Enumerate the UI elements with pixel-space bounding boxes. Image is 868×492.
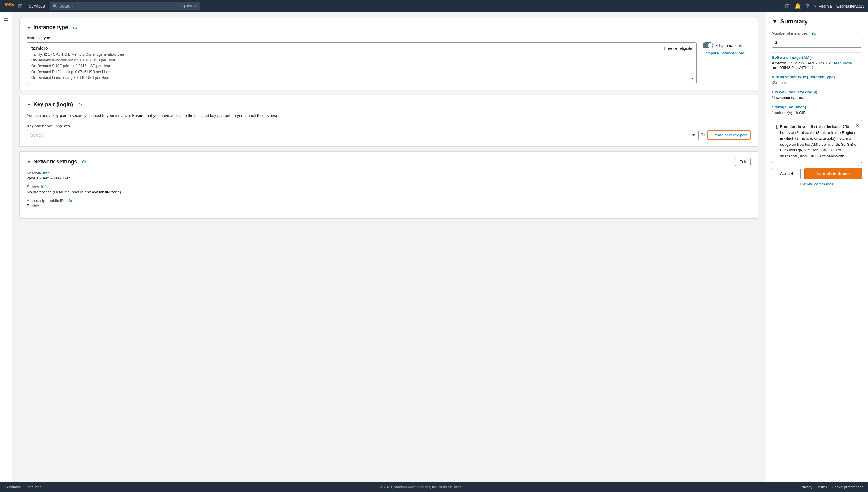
instance-type-section: ▼ Instance type Info Instance type t2.mi… [19,18,758,90]
support-icon[interactable]: ⊡ [785,3,790,9]
key-pair-section: ▼ Key pair (login) Info You can use a ke… [19,95,758,147]
num-instances-input[interactable] [772,37,862,48]
firewall-link[interactable]: Firewall (security group) [772,90,817,94]
collapse-icon[interactable]: ▼ [27,25,31,30]
key-pair-header: ▼ Key pair (login) Info [27,101,751,108]
footer-left: Feedback Language [5,485,42,489]
instance-type-info-link[interactable]: Info [71,25,77,30]
it-details: Family: t2 1 vCPU 1 GiB Memory Current g… [31,52,692,81]
instance-type-summary-field: Virtual server type (instance type) t2.m… [772,75,862,85]
help-icon[interactable]: ? [806,3,809,9]
cookie-link[interactable]: Cookie preferences [832,485,863,489]
key-pair-collapse-icon[interactable]: ▼ [27,102,31,107]
terms-link[interactable]: Terms [817,485,827,489]
review-commands-link[interactable]: Review commands [772,182,862,187]
privacy-link[interactable]: Privacy [800,485,812,489]
language-link[interactable]: Language [26,485,42,489]
nav-right-group: ⊡ 🔔 ? N. Virginia webmaster2023 [785,3,864,9]
cancel-button[interactable]: Cancel [772,168,801,179]
free-tier-text: Free tier: In your first year includes 7… [780,124,858,159]
instance-type-row: t2.micro Free tier eligible Family: t2 1… [27,43,751,84]
subnet-label-text: Subnet [27,184,39,189]
free-tier-body: In your first year includes 750 hours of… [780,124,858,158]
storage-field: Storage (volumes) 1 volume(s) - 8 GiB [772,105,862,115]
network-label-text: Network [27,171,41,175]
content-area: ▼ Instance type Info Instance type t2.mi… [12,12,868,492]
instance-type-box[interactable]: t2.micro Free tier eligible Family: t2 1… [27,43,697,84]
create-key-pair-button[interactable]: Create new key pair [707,130,751,140]
instance-type-title: Instance type [33,24,68,31]
all-generations-toggle[interactable] [703,43,713,48]
ami-link[interactable]: Software Image (AMI) [772,55,812,59]
grid-icon[interactable]: ⊞ [17,1,24,10]
launch-instance-button[interactable]: Launch instance [804,168,862,179]
subnet-field: Subnet Info No preference (Default subne… [27,184,751,194]
network-info-link[interactable]: Info [43,171,50,175]
subnet-field-label: Subnet Info [27,184,751,189]
storage-link[interactable]: Storage (volumes) [772,105,806,109]
subnet-info-link[interactable]: Info [41,184,48,189]
sidebar-toggle[interactable]: ☰ [4,16,8,22]
firewall-field: Firewall (security group) New security g… [772,90,862,100]
summary-panel: ▼ Summary Number of instances Info Softw… [766,12,868,492]
key-pair-select[interactable]: Select [27,130,699,140]
instance-type-header: ▼ Instance type Info [27,24,751,31]
firewall-label: Firewall (security group) [772,90,862,94]
storage-label: Storage (volumes) [772,105,862,109]
ns-edit-button[interactable]: Edit [735,158,751,166]
ami-value: Amazon Linux 2023 AMI 2023.1.2...read mo… [772,61,862,65]
ns-header-left: ▼ Network settings Info [27,159,86,165]
subnet-value: No preference (Default subnet in any ava… [27,190,751,194]
copyright-text: © 2023, Amazon Web Services, Inc. or its… [380,485,462,489]
feedback-link[interactable]: Feedback [5,485,21,489]
free-tier-bold: Free tier: [780,124,797,129]
services-nav[interactable]: Services [26,4,47,8]
user-menu[interactable]: webmaster2023 [837,4,865,8]
ns-info-link[interactable]: Info [79,159,86,164]
ami-text: Amazon Linux 2023 AMI 2023.1.2... [772,61,834,65]
it-detail-1: Family: t2 1 vCPU 1 GiB Memory Current g… [31,52,692,57]
it-detail-5: On-Demand Linux pricing: 0.0116 USD per … [31,75,692,81]
search-input[interactable] [60,4,179,8]
refresh-icon[interactable]: ↻ [701,132,705,138]
free-tier-close-button[interactable]: ✕ [855,123,859,128]
num-instances-info-link[interactable]: Info [810,31,816,35]
ns-collapse-icon[interactable]: ▼ [27,159,31,164]
auto-assign-label-text: Auto-assign public IP [27,198,64,203]
search-bar[interactable]: 🔍 [Option+S] [50,2,201,10]
toggle-row: All generations [703,43,742,48]
key-pair-info-link[interactable]: Info [75,102,82,107]
compare-instance-types-link[interactable]: Compare instance types [703,51,745,55]
ami-read-more[interactable]: read more [834,61,852,65]
summary-collapse-icon[interactable]: ▼ [772,18,778,25]
region-selector[interactable]: N. Virginia [814,4,832,8]
summary-title: ▼ Summary [772,18,862,25]
free-tier-header: ℹ Free tier: In your first year includes… [776,124,858,159]
auto-assign-field-label: Auto-assign public IP Info [27,198,751,203]
network-field: Network Info vpc-0164eef5964a23647 [27,171,751,180]
key-pair-title: Key pair (login) [33,101,73,108]
bell-icon[interactable]: 🔔 [795,3,801,9]
summary-title-text: Summary [780,18,808,25]
all-generations-label: All generations [716,43,742,48]
it-name: t2.micro [31,46,48,51]
network-field-label: Network Info [27,171,751,175]
footer: Feedback Language © 2023, Amazon Web Ser… [0,482,868,492]
kp-label: Key pair name - required [27,124,751,128]
num-instances-label: Number of instances Info [772,31,862,35]
auto-assign-field: Auto-assign public IP Info Enable [27,198,751,208]
info-circle-icon: ℹ [776,124,778,130]
firewall-value: New security group [772,95,862,100]
sidebar: ☰ [0,12,12,492]
instance-type-summary-value: t2.micro [772,80,862,85]
aws-logo[interactable] [4,1,15,11]
ami-label: Software Image (AMI) [772,55,862,59]
auto-assign-info-link[interactable]: Info [65,198,72,203]
network-settings-section: ▼ Network settings Info Edit Network Inf… [19,151,758,219]
kp-row: Select ↻ Create new key pair [27,130,751,140]
search-shortcut: [Option+S] [181,4,198,8]
main-content: ▼ Instance type Info Instance type t2.mi… [12,12,766,492]
main-container: ☰ ▼ Instance type Info Instance type t2.… [0,12,868,492]
ami-id: ami-05548f9cecf47b442 [772,65,862,70]
instance-type-summary-link[interactable]: Virtual server type (instance type) [772,75,835,79]
